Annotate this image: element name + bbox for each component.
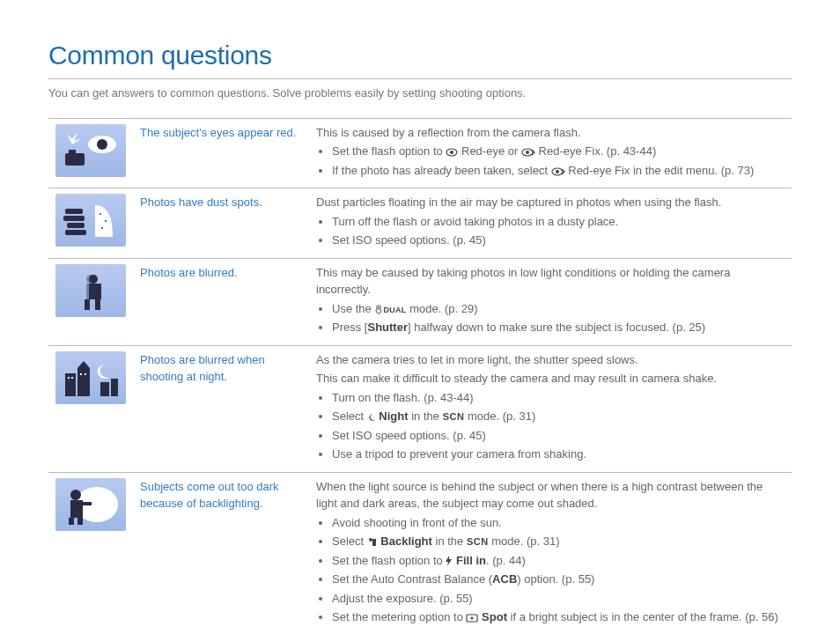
- list-item: Press [Shutter] halfway down to make sur…: [332, 319, 785, 336]
- svg-rect-32: [85, 373, 86, 375]
- svg-rect-35: [70, 500, 83, 518]
- spot-meter-icon: [466, 614, 478, 623]
- backlight-thumbnail: [55, 478, 126, 531]
- list-item: Set ISO speed options. (p. 45): [332, 427, 785, 445]
- shutter-label: Shutter: [367, 321, 408, 334]
- list-item: Set ISO speed options. (p. 45): [332, 232, 785, 249]
- svg-rect-28: [111, 379, 118, 396]
- list-item: Turn off the flash or avoid taking photo…: [332, 213, 785, 231]
- svg-rect-37: [69, 518, 74, 525]
- spot-label: Spot: [478, 610, 507, 623]
- svg-rect-23: [95, 299, 100, 310]
- table-row: Subjects come out too dark because of ba…: [48, 472, 792, 634]
- svg-point-16: [105, 220, 107, 222]
- svg-rect-13: [67, 223, 85, 228]
- svg-point-6: [450, 151, 453, 154]
- blur-thumbnail: [55, 264, 126, 317]
- backlight-label: Backlight: [378, 534, 432, 548]
- svg-point-10: [556, 170, 559, 173]
- list-item: Set the flash option to Fill in. (p. 44): [332, 552, 785, 570]
- svg-point-39: [369, 538, 372, 542]
- hand-icon: [374, 304, 383, 314]
- night-label: Night: [376, 409, 409, 423]
- svg-point-34: [70, 490, 81, 500]
- svg-rect-0: [65, 153, 85, 166]
- table-row: Photos have dust spots. Dust particles f…: [48, 188, 792, 259]
- dual-label: DUAL: [383, 306, 406, 314]
- table-row: Photos are blurred. This may be caused b…: [48, 258, 792, 345]
- list-item: Set the Auto Contrast Balance (ACB) opti…: [332, 571, 785, 588]
- list-item: Set the metering option to Spot if a bri…: [332, 608, 785, 626]
- page-subtitle: You can get answers to common questions.…: [48, 85, 792, 102]
- scn-label: SCN: [443, 411, 465, 422]
- table-row: The subject's eyes appear red. This is c…: [48, 118, 792, 188]
- scn-label: SCN: [467, 536, 489, 547]
- problem-label: The subject's eyes appear red.: [133, 118, 309, 188]
- svg-point-17: [101, 227, 103, 229]
- answer-intro: This is caused by a reflection from the …: [316, 124, 785, 142]
- svg-rect-1: [69, 150, 76, 154]
- list-item: Set the flash option to Red-eye or Red-e…: [332, 143, 785, 160]
- problem-label: Photos are blurred.: [133, 258, 309, 345]
- svg-rect-12: [63, 216, 85, 221]
- svg-rect-27: [100, 382, 109, 396]
- red-eye-fix-icon: [521, 148, 535, 157]
- answer-cell: As the camera tries to let in more light…: [309, 345, 792, 472]
- svg-marker-2: [67, 132, 81, 144]
- svg-rect-29: [68, 377, 70, 379]
- svg-rect-40: [372, 539, 376, 546]
- list-item: Use the DUAL mode. (p. 29): [332, 300, 785, 318]
- problem-label: Photos are blurred when shooting at nigh…: [133, 345, 309, 472]
- svg-marker-26: [77, 361, 90, 368]
- list-item: Avoid shooting in front of the sun.: [332, 514, 785, 532]
- answer-cell: Dust particles floating in the air may b…: [309, 188, 792, 259]
- svg-rect-21: [89, 284, 101, 299]
- problem-label: Photos have dust spots.: [133, 188, 309, 259]
- moon-icon: [367, 413, 376, 422]
- title-divider: [48, 78, 792, 79]
- answer-intro: Dust particles floating in the air may b…: [316, 194, 785, 211]
- svg-point-43: [471, 617, 474, 620]
- svg-point-15: [99, 213, 101, 215]
- answer-cell: This may be caused by taking photos in l…: [309, 258, 792, 345]
- svg-rect-14: [65, 230, 86, 235]
- svg-rect-31: [80, 373, 82, 375]
- list-item: Adjust the exposure. (p. 55): [332, 590, 785, 608]
- page-title: Common questions: [48, 35, 792, 75]
- svg-rect-24: [65, 373, 76, 396]
- svg-rect-30: [71, 377, 73, 379]
- red-eye-thumbnail: [55, 124, 126, 177]
- svg-point-19: [89, 275, 98, 284]
- list-item: If the photo has already been taken, sel…: [332, 162, 785, 180]
- svg-rect-36: [83, 502, 92, 505]
- problem-label: Subjects come out too dark because of ba…: [133, 472, 309, 634]
- answer-intro: This may be caused by taking photos in l…: [316, 264, 785, 299]
- acb-label: ACB: [492, 572, 517, 586]
- answer-intro: This can make it difficult to steady the…: [316, 370, 785, 387]
- svg-rect-11: [65, 209, 83, 214]
- answer-cell: This is caused by a reflection from the …: [309, 118, 792, 188]
- answer-intro: When the light source is behind the subj…: [316, 478, 785, 512]
- svg-marker-41: [446, 556, 452, 566]
- qa-table: The subject's eyes appear red. This is c…: [48, 118, 792, 635]
- answer-cell: When the light source is behind the subj…: [309, 472, 792, 634]
- night-thumbnail: [55, 351, 126, 404]
- red-eye-icon: [446, 148, 458, 157]
- list-item: Turn on the flash. (p. 43-44): [332, 389, 785, 407]
- red-eye-fix-icon: [551, 167, 565, 176]
- table-row: Photos are blurred when shooting at nigh…: [48, 345, 792, 472]
- list-item: Select Backlight in the SCN mode. (p. 31…: [332, 533, 785, 550]
- svg-rect-22: [85, 299, 90, 310]
- list-item: Select Night in the SCN mode. (p. 31): [332, 408, 785, 425]
- svg-rect-25: [77, 368, 90, 396]
- svg-point-8: [526, 151, 529, 154]
- answer-intro: As the camera tries to let in more light…: [316, 351, 785, 369]
- fillin-label: Fill in: [453, 554, 486, 567]
- backlight-icon: [367, 536, 378, 547]
- list-item: Use a tripod to prevent your camera from…: [332, 446, 785, 463]
- svg-point-4: [97, 139, 107, 150]
- dust-thumbnail: [55, 194, 126, 247]
- svg-rect-38: [77, 518, 83, 525]
